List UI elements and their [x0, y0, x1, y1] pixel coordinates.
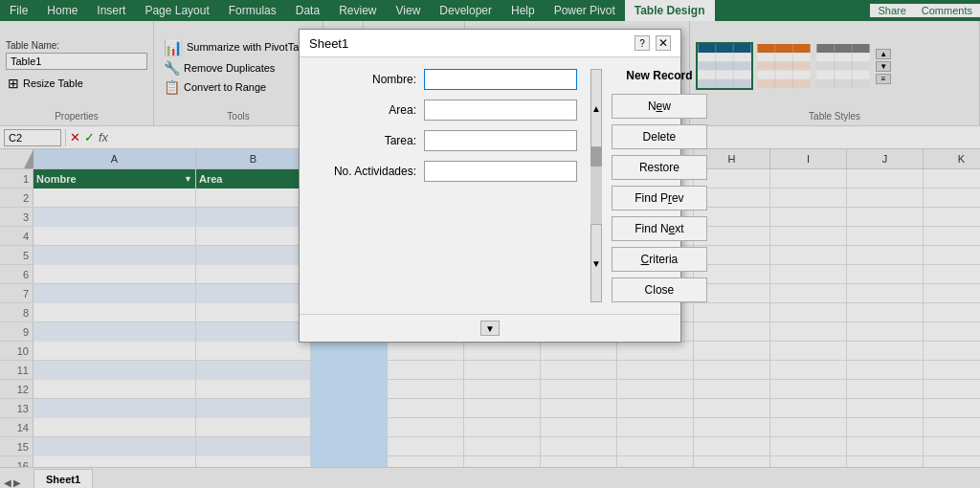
dialog-scroll-up[interactable]: ▲	[590, 69, 602, 147]
dialog-titlebar: Sheet1 ? ✕	[300, 30, 680, 57]
dialog-help-button[interactable]: ?	[635, 35, 650, 51]
nombre-field-label: Nombre:	[311, 73, 416, 86]
form-row-tarea: Tarea:	[311, 130, 577, 151]
dialog-close-x-button[interactable]: ✕	[656, 35, 671, 51]
find-next-button[interactable]: Find Next	[612, 216, 707, 241]
dialog-controls: ? ✕	[635, 35, 671, 51]
dialog-form: Nombre: Area: Tarea: No. Actividades:	[311, 69, 577, 302]
dialog-footer-scroll[interactable]: ▼	[480, 321, 500, 336]
dialog-overlay: Sheet1 ? ✕ Nombre: Area:	[0, 0, 980, 488]
dialog-actions: New Record New Delete Restore Find Prev …	[612, 69, 707, 302]
close-button[interactable]: Close	[612, 277, 707, 302]
dialog-footer: ▼	[300, 314, 680, 342]
area-field-label: Area:	[311, 103, 416, 117]
form-row-area: Area:	[311, 100, 577, 121]
form-dialog: Sheet1 ? ✕ Nombre: Area:	[299, 29, 681, 343]
tarea-field-label: Tarea:	[311, 134, 416, 147]
form-row-nombre: Nombre:	[311, 69, 577, 90]
delete-button[interactable]: Delete	[612, 124, 707, 149]
form-row-actividades: No. Actividades:	[311, 161, 577, 182]
new-record-label: New Record	[612, 69, 707, 82]
actividades-field[interactable]	[424, 161, 577, 182]
actividades-field-label: No. Actividades:	[311, 165, 416, 178]
area-field[interactable]	[424, 100, 577, 121]
nombre-field[interactable]	[424, 69, 577, 90]
restore-button[interactable]: Restore	[612, 155, 707, 180]
criteria-button[interactable]: Criteria	[612, 247, 707, 272]
dialog-body: Nombre: Area: Tarea: No. Actividades:	[300, 57, 680, 314]
dialog-scroll-down[interactable]: ▼	[590, 224, 602, 302]
find-prev-button[interactable]: Find Prev	[612, 186, 707, 211]
dialog-title: Sheet1	[309, 36, 348, 51]
new-button[interactable]: New	[612, 94, 707, 119]
tarea-field[interactable]	[424, 130, 577, 151]
dialog-scroll: ▲ ▼	[590, 69, 602, 302]
